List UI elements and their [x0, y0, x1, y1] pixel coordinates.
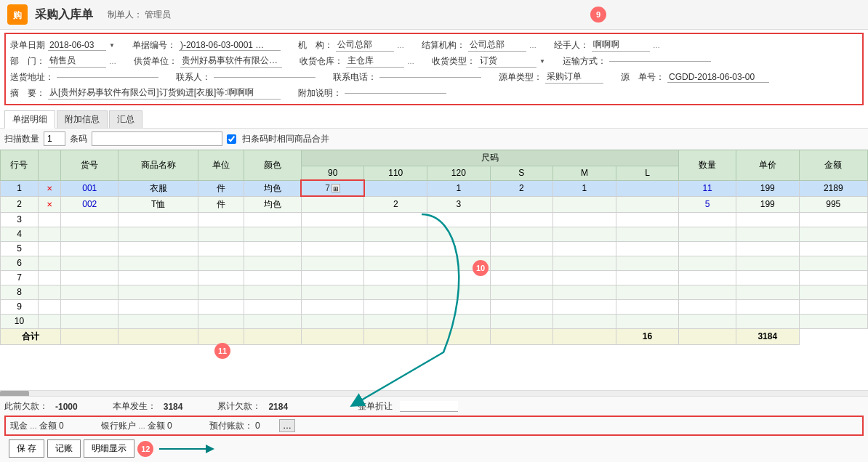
cell-size-120[interactable] [427, 256, 491, 270]
cell-size-90[interactable] [301, 227, 364, 241]
table-row[interactable]: 9 [1, 299, 868, 314]
cell-goods-no[interactable] [61, 285, 118, 299]
cell-row-icon[interactable] [38, 227, 60, 241]
scan-barcode-input[interactable] [92, 131, 222, 146]
cell-size-110[interactable] [364, 299, 427, 314]
table-row[interactable]: 7 [1, 270, 868, 285]
settle-value[interactable]: 公司总部 [468, 38, 526, 52]
cell-goods-name[interactable]: T恤 [118, 196, 198, 212]
cell-goods-no[interactable] [61, 314, 118, 328]
table-row[interactable]: 2✕002T恤件均色235199995 [1, 196, 868, 212]
phone-value[interactable] [379, 77, 481, 78]
cell-size-M[interactable] [553, 241, 616, 256]
date-value[interactable]: 2018-06-03 [48, 40, 106, 51]
dept-dots[interactable]: … [109, 57, 116, 65]
cell-row-icon[interactable]: ✕ [38, 180, 60, 196]
cell-size-110[interactable] [364, 241, 427, 256]
cell-size-90[interactable]: 7⊞ [301, 180, 364, 196]
cell-row-icon[interactable] [38, 256, 60, 270]
address-value[interactable] [57, 77, 158, 78]
account-button[interactable]: 记账 [47, 439, 81, 458]
cell-goods-name[interactable] [118, 270, 198, 285]
cell-size-S[interactable] [490, 196, 553, 212]
cell-size-L[interactable] [616, 241, 679, 256]
discount-input[interactable] [400, 401, 458, 412]
table-row[interactable]: 10 [1, 314, 868, 328]
cell-size-120[interactable] [427, 285, 491, 299]
cell-goods-name[interactable] [118, 285, 198, 299]
receive-type-dropdown-icon[interactable]: ▼ [539, 58, 545, 65]
handler-dots[interactable]: … [653, 41, 660, 49]
cell-size-M[interactable] [553, 299, 616, 314]
cell-size-120[interactable] [427, 241, 491, 256]
date-dropdown-icon[interactable]: ▼ [109, 42, 115, 49]
cell-goods-name[interactable] [118, 314, 198, 328]
cell-size-L[interactable] [616, 285, 679, 299]
cell-goods-no[interactable]: 001 [61, 180, 118, 196]
cell-goods-no[interactable] [61, 299, 118, 314]
bank-dots[interactable]: … [138, 422, 145, 430]
table-row[interactable]: 3 [1, 212, 868, 227]
cell-unit-price[interactable]: 199 [736, 180, 799, 196]
bank-amount-value[interactable]: 0 [167, 421, 189, 431]
cell-size-90[interactable] [301, 299, 364, 314]
cell-size-S[interactable] [490, 227, 553, 241]
cell-goods-name[interactable] [118, 256, 198, 270]
cell-size-110[interactable] [364, 285, 427, 299]
cell-row-icon[interactable] [38, 241, 60, 256]
cell-goods-no[interactable] [61, 227, 118, 241]
prepay-button[interactable]: … [279, 419, 295, 432]
scan-merge-checkbox[interactable] [227, 134, 236, 144]
cell-size-S[interactable] [490, 212, 553, 227]
cell-size-110[interactable] [364, 212, 427, 227]
transport-value[interactable] [609, 61, 711, 62]
dept-value[interactable]: 销售员 [48, 54, 106, 68]
source-type-value[interactable]: 采购订单 [545, 70, 603, 84]
cell-size-90[interactable] [301, 212, 364, 227]
cell-size-110[interactable] [364, 256, 427, 270]
cell-size-90[interactable] [301, 285, 364, 299]
cell-goods-name[interactable] [118, 227, 198, 241]
source-no-value[interactable]: CGDD-2018-06-03-00 [667, 72, 769, 83]
cell-row-icon[interactable]: ✕ [38, 196, 60, 212]
cell-size-S[interactable] [490, 270, 553, 285]
cell-unit-price[interactable] [736, 270, 799, 285]
cell-unit-price[interactable] [736, 285, 799, 299]
cell-row-icon[interactable] [38, 299, 60, 314]
cell-size-90[interactable] [301, 270, 364, 285]
cell-size-110[interactable] [364, 314, 427, 328]
cell-size-120[interactable] [427, 299, 491, 314]
contact-value[interactable] [214, 77, 316, 78]
cash-amount-value[interactable]: 0 [59, 421, 81, 431]
cell-unit-price[interactable] [736, 256, 799, 270]
cell-size-110[interactable]: 2 [364, 196, 427, 212]
settle-dots[interactable]: … [529, 41, 537, 49]
cell-size-120[interactable]: 1 [427, 180, 491, 196]
cell-goods-no[interactable] [61, 270, 118, 285]
extra-value[interactable] [345, 93, 446, 94]
cell-size-L[interactable] [616, 212, 679, 227]
cell-size-120[interactable] [427, 212, 491, 227]
cell-size-M[interactable] [553, 196, 616, 212]
cell-size-90[interactable] [301, 241, 364, 256]
cell-size-120[interactable]: 3 [427, 196, 491, 212]
warehouse-dots[interactable]: … [407, 57, 414, 65]
handler-value[interactable]: 啊啊啊 [592, 38, 650, 52]
cell-size-L[interactable] [616, 314, 679, 328]
cell-size-120[interactable] [427, 270, 491, 285]
prepay-value[interactable]: 0 [255, 421, 277, 431]
cell-goods-no[interactable] [61, 256, 118, 270]
cell-size-L[interactable] [616, 256, 679, 270]
cell-size-M[interactable]: 1 [553, 180, 616, 196]
table-row[interactable]: 4 [1, 227, 868, 241]
cell-size-120[interactable] [427, 314, 491, 328]
cell-size-L[interactable] [616, 196, 679, 212]
table-row[interactable]: 1✕001衣服件均色7⊞121111992189 [1, 180, 868, 196]
cell-goods-name[interactable] [118, 212, 198, 227]
cell-size-M[interactable] [553, 270, 616, 285]
cell-size-S[interactable] [490, 285, 553, 299]
cell-size-M[interactable] [553, 212, 616, 227]
docno-value[interactable]: )-2018-06-03-0001 … [179, 40, 281, 51]
tab-summary[interactable]: 汇总 [109, 110, 142, 128]
cell-size-110[interactable] [364, 227, 427, 241]
